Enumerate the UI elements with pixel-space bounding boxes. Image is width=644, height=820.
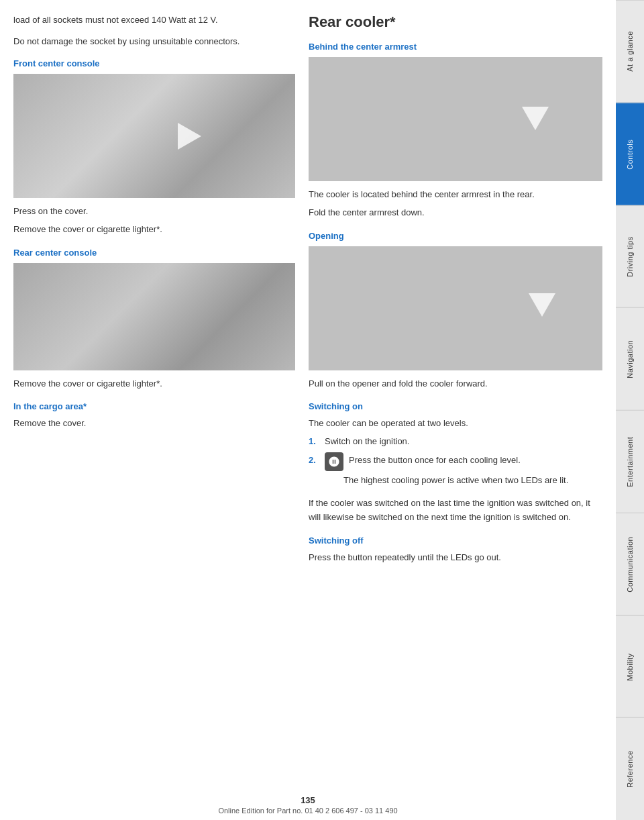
rear-console-step: Remove the cover or cigarette lighter*. (13, 377, 295, 391)
behind-armrest-heading: Behind the center armrest (309, 42, 602, 52)
switching-off-text: Press the button repeatedly until the LE… (309, 551, 602, 565)
sidebar-item-entertainment[interactable]: Entertainment (616, 410, 644, 513)
page-title: Rear cooler* (309, 13, 602, 31)
intro-text-1: load of all sockets must not exceed 140 … (13, 13, 295, 27)
switching-on-intro: The cooler can be operated at two levels… (309, 417, 602, 431)
switching-off-heading: Switching off (309, 535, 602, 546)
opening-text: Pull on the opener and fold the cooler f… (309, 377, 602, 391)
cargo-area-step: Remove the cover. (13, 417, 295, 431)
step-1-text: Switch on the ignition. (325, 435, 409, 448)
step-2: 2. Press the button once for each coolin… (309, 454, 602, 492)
rear-console-image (13, 263, 295, 370)
front-console-step-1: Press on the cover. (13, 205, 295, 219)
sidebar: At a glance Controls Driving tips Naviga… (616, 0, 644, 820)
front-console-heading: Front center console (13, 58, 295, 68)
behind-armrest-text-2: Fold the center armrest down. (309, 206, 602, 220)
behind-armrest-text-1: The cooler is located behind the center … (309, 188, 602, 202)
step-2-sub: The highest cooling power is active when… (343, 474, 568, 488)
sidebar-item-navigation[interactable]: Navigation (616, 307, 644, 410)
rear-console-heading: Rear center console (13, 248, 295, 258)
right-column: Rear cooler* Behind the center armrest T… (309, 13, 602, 793)
left-column: load of all sockets must not exceed 140 … (13, 13, 295, 793)
sidebar-item-communication[interactable]: Communication (616, 513, 644, 615)
page-number: 135 (0, 795, 616, 805)
switching-on-heading: Switching on (309, 401, 602, 411)
rear-cooler-image (309, 57, 602, 181)
switching-on-steps: 1. Switch on the ignition. 2. Press the … (309, 435, 602, 491)
sidebar-item-reference[interactable]: Reference (616, 717, 644, 820)
footer-online-text: Online Edition for Part no. 01 40 2 606 … (218, 807, 397, 815)
step-1: 1. Switch on the ignition. (309, 435, 602, 448)
switching-on-footer: If the cooler was switched on the last t… (309, 497, 602, 525)
step-1-num: 1. (309, 435, 319, 448)
front-console-step-2: Remove the cover or cigarette lighter*. (13, 223, 295, 237)
opening-image (309, 246, 602, 370)
sidebar-item-at-a-glance[interactable]: At a glance (616, 0, 644, 103)
step-2-text: Press the button once for each cooling l… (349, 454, 521, 467)
cooler-button-icon (325, 452, 343, 471)
cargo-area-heading: In the cargo area* (13, 401, 295, 411)
sidebar-item-driving-tips[interactable]: Driving tips (616, 205, 644, 308)
step-2-num: 2. (309, 454, 319, 467)
sidebar-item-controls[interactable]: Controls (616, 103, 644, 205)
intro-text-2: Do not damage the socket by using unsuit… (13, 35, 295, 48)
opening-heading: Opening (309, 231, 602, 241)
page-footer: 135 Online Edition for Part no. 01 40 2 … (0, 795, 616, 815)
sidebar-item-mobility[interactable]: Mobility (616, 615, 644, 718)
front-console-image (13, 74, 295, 198)
